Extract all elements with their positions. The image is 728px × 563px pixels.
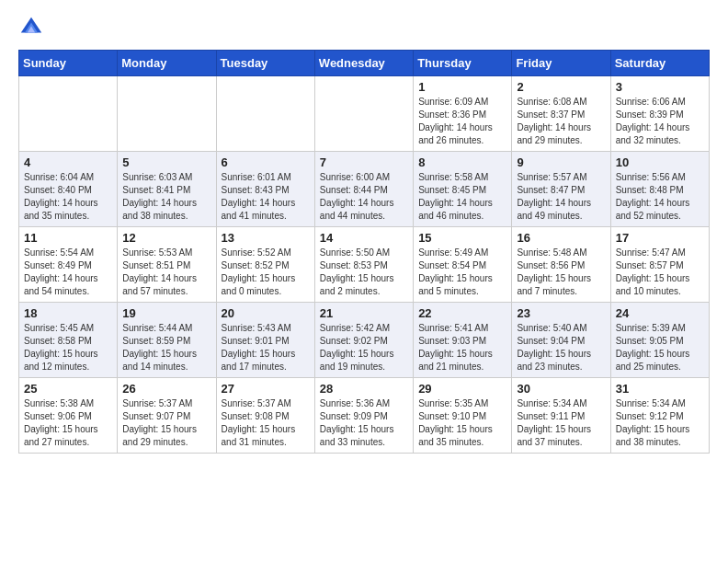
day-number: 4 (24, 155, 112, 169)
calendar-cell: 1Sunrise: 6:09 AM Sunset: 8:36 PM Daylig… (414, 76, 512, 152)
calendar-cell: 21Sunrise: 5:42 AM Sunset: 9:02 PM Dayli… (314, 303, 413, 378)
calendar-cell: 3Sunrise: 6:06 AM Sunset: 8:39 PM Daylig… (610, 76, 709, 152)
calendar-week-row: 18Sunrise: 5:45 AM Sunset: 8:58 PM Dayli… (19, 303, 710, 378)
calendar-cell: 24Sunrise: 5:39 AM Sunset: 9:05 PM Dayli… (610, 303, 709, 378)
page: SundayMondayTuesdayWednesdayThursdayFrid… (0, 0, 728, 470)
calendar-cell: 10Sunrise: 5:56 AM Sunset: 8:48 PM Dayli… (610, 152, 709, 227)
calendar-cell: 19Sunrise: 5:44 AM Sunset: 8:59 PM Dayli… (118, 303, 216, 378)
day-number: 12 (122, 231, 210, 245)
calendar-cell (216, 76, 314, 152)
calendar-cell: 18Sunrise: 5:45 AM Sunset: 8:58 PM Dayli… (19, 303, 118, 378)
calendar-cell: 23Sunrise: 5:40 AM Sunset: 9:04 PM Dayli… (512, 303, 610, 378)
day-number: 7 (320, 155, 408, 169)
calendar-day-header: Sunday (19, 51, 118, 76)
calendar-week-row: 1Sunrise: 6:09 AM Sunset: 8:36 PM Daylig… (19, 76, 710, 152)
calendar-cell: 6Sunrise: 6:01 AM Sunset: 8:43 PM Daylig… (216, 152, 314, 227)
calendar-table: SundayMondayTuesdayWednesdayThursdayFrid… (18, 50, 710, 454)
calendar-cell: 17Sunrise: 5:47 AM Sunset: 8:57 PM Dayli… (610, 227, 709, 303)
day-number: 23 (517, 306, 605, 320)
calendar-cell: 9Sunrise: 5:57 AM Sunset: 8:47 PM Daylig… (512, 152, 610, 227)
day-info: Sunrise: 5:49 AM Sunset: 8:54 PM Dayligh… (418, 247, 506, 298)
calendar-cell (19, 76, 118, 152)
calendar-cell: 5Sunrise: 6:03 AM Sunset: 8:41 PM Daylig… (118, 152, 216, 227)
calendar-cell: 2Sunrise: 6:08 AM Sunset: 8:37 PM Daylig… (512, 76, 610, 152)
day-info: Sunrise: 5:36 AM Sunset: 9:09 PM Dayligh… (320, 397, 408, 449)
day-number: 3 (616, 80, 704, 94)
calendar-cell: 22Sunrise: 5:41 AM Sunset: 9:03 PM Dayli… (414, 303, 512, 378)
day-number: 17 (616, 231, 704, 245)
day-number: 25 (24, 382, 112, 396)
calendar-cell: 27Sunrise: 5:37 AM Sunset: 9:08 PM Dayli… (216, 378, 314, 454)
calendar-day-header: Monday (118, 51, 216, 76)
day-info: Sunrise: 6:04 AM Sunset: 8:40 PM Dayligh… (24, 171, 112, 223)
day-info: Sunrise: 5:58 AM Sunset: 8:45 PM Dayligh… (418, 171, 506, 223)
calendar-cell: 31Sunrise: 5:34 AM Sunset: 9:12 PM Dayli… (610, 378, 709, 454)
day-number: 16 (517, 231, 605, 245)
calendar-day-header: Thursday (414, 51, 512, 76)
day-number: 8 (418, 155, 506, 169)
day-number: 27 (222, 382, 310, 396)
calendar-cell: 14Sunrise: 5:50 AM Sunset: 8:53 PM Dayli… (314, 227, 413, 303)
calendar-cell: 8Sunrise: 5:58 AM Sunset: 8:45 PM Daylig… (414, 152, 512, 227)
day-info: Sunrise: 5:40 AM Sunset: 9:04 PM Dayligh… (517, 322, 605, 373)
day-number: 24 (616, 306, 704, 320)
calendar-cell: 4Sunrise: 6:04 AM Sunset: 8:40 PM Daylig… (19, 152, 118, 227)
calendar-day-header: Tuesday (216, 51, 314, 76)
day-number: 20 (222, 306, 310, 320)
day-number: 19 (122, 306, 210, 320)
day-info: Sunrise: 6:00 AM Sunset: 8:44 PM Dayligh… (320, 171, 408, 223)
calendar-header-row: SundayMondayTuesdayWednesdayThursdayFrid… (19, 51, 710, 76)
header (18, 15, 710, 40)
day-number: 26 (122, 382, 210, 396)
calendar-day-header: Friday (512, 51, 610, 76)
calendar-week-row: 25Sunrise: 5:38 AM Sunset: 9:06 PM Dayli… (19, 378, 710, 454)
calendar-cell (118, 76, 216, 152)
calendar-cell: 12Sunrise: 5:53 AM Sunset: 8:51 PM Dayli… (118, 227, 216, 303)
calendar-cell: 20Sunrise: 5:43 AM Sunset: 9:01 PM Dayli… (216, 303, 314, 378)
day-info: Sunrise: 5:39 AM Sunset: 9:05 PM Dayligh… (616, 322, 704, 373)
day-info: Sunrise: 5:45 AM Sunset: 8:58 PM Dayligh… (24, 322, 112, 373)
logo-icon (18, 15, 44, 40)
calendar-cell: 28Sunrise: 5:36 AM Sunset: 9:09 PM Dayli… (314, 378, 413, 454)
day-number: 30 (517, 382, 605, 396)
calendar-day-header: Wednesday (314, 51, 413, 76)
day-number: 13 (222, 231, 310, 245)
day-number: 2 (517, 80, 605, 94)
day-number: 18 (24, 306, 112, 320)
day-info: Sunrise: 5:48 AM Sunset: 8:56 PM Dayligh… (517, 247, 605, 298)
calendar-cell: 11Sunrise: 5:54 AM Sunset: 8:49 PM Dayli… (19, 227, 118, 303)
day-info: Sunrise: 5:50 AM Sunset: 8:53 PM Dayligh… (320, 247, 408, 298)
day-info: Sunrise: 5:47 AM Sunset: 8:57 PM Dayligh… (616, 247, 704, 298)
calendar-cell: 16Sunrise: 5:48 AM Sunset: 8:56 PM Dayli… (512, 227, 610, 303)
calendar-week-row: 4Sunrise: 6:04 AM Sunset: 8:40 PM Daylig… (19, 152, 710, 227)
day-info: Sunrise: 5:38 AM Sunset: 9:06 PM Dayligh… (24, 397, 112, 449)
day-info: Sunrise: 6:06 AM Sunset: 8:39 PM Dayligh… (616, 96, 704, 147)
calendar-cell: 29Sunrise: 5:35 AM Sunset: 9:10 PM Dayli… (414, 378, 512, 454)
calendar-cell: 13Sunrise: 5:52 AM Sunset: 8:52 PM Dayli… (216, 227, 314, 303)
day-info: Sunrise: 6:09 AM Sunset: 8:36 PM Dayligh… (418, 96, 506, 147)
calendar-cell (314, 76, 413, 152)
day-info: Sunrise: 5:41 AM Sunset: 9:03 PM Dayligh… (418, 322, 506, 373)
day-number: 11 (24, 231, 112, 245)
day-number: 28 (320, 382, 408, 396)
day-number: 15 (418, 231, 506, 245)
day-info: Sunrise: 6:03 AM Sunset: 8:41 PM Dayligh… (122, 171, 210, 223)
day-info: Sunrise: 5:56 AM Sunset: 8:48 PM Dayligh… (616, 171, 704, 223)
day-info: Sunrise: 5:54 AM Sunset: 8:49 PM Dayligh… (24, 247, 112, 298)
day-number: 14 (320, 231, 408, 245)
day-info: Sunrise: 5:37 AM Sunset: 9:07 PM Dayligh… (122, 397, 210, 449)
day-number: 6 (222, 155, 310, 169)
day-info: Sunrise: 5:43 AM Sunset: 9:01 PM Dayligh… (222, 322, 310, 373)
day-number: 29 (418, 382, 506, 396)
calendar-cell: 7Sunrise: 6:00 AM Sunset: 8:44 PM Daylig… (314, 152, 413, 227)
day-info: Sunrise: 5:53 AM Sunset: 8:51 PM Dayligh… (122, 247, 210, 298)
day-info: Sunrise: 5:37 AM Sunset: 9:08 PM Dayligh… (222, 397, 310, 449)
calendar-week-row: 11Sunrise: 5:54 AM Sunset: 8:49 PM Dayli… (19, 227, 710, 303)
day-number: 22 (418, 306, 506, 320)
calendar-cell: 30Sunrise: 5:34 AM Sunset: 9:11 PM Dayli… (512, 378, 610, 454)
day-info: Sunrise: 5:34 AM Sunset: 9:12 PM Dayligh… (616, 397, 704, 449)
day-number: 21 (320, 306, 408, 320)
day-info: Sunrise: 5:34 AM Sunset: 9:11 PM Dayligh… (517, 397, 605, 449)
day-info: Sunrise: 6:01 AM Sunset: 8:43 PM Dayligh… (222, 171, 310, 223)
day-info: Sunrise: 5:57 AM Sunset: 8:47 PM Dayligh… (517, 171, 605, 223)
